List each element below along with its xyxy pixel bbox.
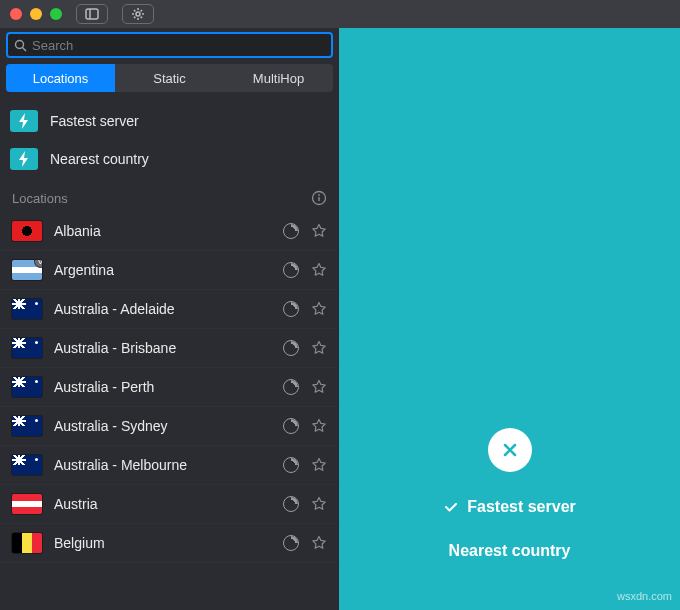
location-name: Austria [54, 496, 271, 512]
tab-multihop[interactable]: MultiHop [224, 64, 333, 92]
location-row[interactable]: Australia - Brisbane [0, 329, 339, 368]
settings-button[interactable] [122, 4, 154, 24]
favorite-star-icon[interactable] [311, 535, 327, 551]
favorite-star-icon[interactable] [311, 379, 327, 395]
favorite-star-icon[interactable] [311, 223, 327, 239]
location-row[interactable]: Australia - Adelaide [0, 290, 339, 329]
search-field[interactable] [6, 32, 333, 58]
main-nearest-country[interactable]: Nearest country [449, 542, 571, 560]
location-row[interactable]: Australia - Melbourne [0, 446, 339, 485]
favorite-star-icon[interactable] [311, 340, 327, 356]
latency-indicator [283, 379, 299, 395]
close-window-button[interactable] [10, 8, 22, 20]
info-icon[interactable] [311, 190, 327, 206]
flag-icon [12, 377, 42, 397]
latency-indicator [283, 457, 299, 473]
favorite-star-icon[interactable] [311, 301, 327, 317]
location-name: Australia - Adelaide [54, 301, 271, 317]
svg-rect-0 [86, 9, 98, 19]
flag-icon [12, 455, 42, 475]
latency-indicator [283, 340, 299, 356]
main-option-label: Fastest server [467, 498, 576, 516]
quick-item-label: Fastest server [50, 113, 139, 129]
svg-point-6 [318, 194, 320, 196]
favorite-star-icon[interactable] [311, 418, 327, 434]
location-row[interactable]: Australia - Sydney [0, 407, 339, 446]
flag-icon: V [12, 260, 42, 280]
main-panel: Fastest server Nearest country wsxdn.com [339, 28, 680, 610]
location-row[interactable]: Belgium [0, 524, 339, 563]
svg-point-3 [16, 40, 24, 48]
flag-icon [12, 494, 42, 514]
quick-item-label: Nearest country [50, 151, 149, 167]
maximize-window-button[interactable] [50, 8, 62, 20]
latency-indicator [283, 223, 299, 239]
main-option-label: Nearest country [449, 542, 571, 560]
favorite-star-icon[interactable] [311, 457, 327, 473]
main-fastest-server[interactable]: Fastest server [443, 498, 576, 516]
latency-indicator [283, 496, 299, 512]
latency-indicator [283, 535, 299, 551]
window-controls [10, 8, 62, 20]
location-name: Belgium [54, 535, 271, 551]
fastest-server-item[interactable]: Fastest server [10, 102, 329, 140]
flag-icon [12, 299, 42, 319]
search-icon [14, 39, 27, 52]
verified-badge: V [34, 260, 42, 268]
location-row[interactable]: Albania [0, 212, 339, 251]
favorite-star-icon[interactable] [311, 496, 327, 512]
flag-icon [12, 416, 42, 436]
search-input[interactable] [32, 38, 325, 53]
lightning-icon [10, 110, 38, 132]
flag-icon [12, 221, 42, 241]
latency-indicator [283, 301, 299, 317]
sidebar: Locations Static MultiHop Fastest server… [0, 28, 339, 610]
content: Locations Static MultiHop Fastest server… [0, 28, 680, 610]
flag-icon [12, 338, 42, 358]
minimize-window-button[interactable] [30, 8, 42, 20]
nearest-country-item[interactable]: Nearest country [10, 140, 329, 178]
sidebar-toggle-button[interactable] [76, 4, 108, 24]
watermark: wsxdn.com [617, 590, 672, 602]
location-name: Australia - Sydney [54, 418, 271, 434]
svg-rect-7 [318, 197, 319, 201]
svg-line-4 [23, 47, 27, 51]
location-row[interactable]: Austria [0, 485, 339, 524]
flag-icon [12, 533, 42, 553]
tab-bar: Locations Static MultiHop [6, 64, 333, 92]
check-icon [443, 499, 459, 515]
tab-static[interactable]: Static [115, 64, 224, 92]
locations-header: Locations [0, 184, 339, 212]
section-title: Locations [12, 191, 68, 206]
location-row[interactable]: VArgentina [0, 251, 339, 290]
tab-locations[interactable]: Locations [6, 64, 115, 92]
latency-indicator [283, 418, 299, 434]
location-list: AlbaniaVArgentinaAustralia - AdelaideAus… [0, 212, 339, 610]
close-icon [500, 440, 520, 460]
location-row[interactable]: Australia - Perth [0, 368, 339, 407]
search-container [0, 28, 339, 62]
svg-point-2 [136, 12, 140, 16]
latency-indicator [283, 262, 299, 278]
location-name: Australia - Perth [54, 379, 271, 395]
disconnect-button[interactable] [488, 428, 532, 472]
quick-connect-section: Fastest server Nearest country [0, 96, 339, 184]
location-name: Australia - Brisbane [54, 340, 271, 356]
location-name: Argentina [54, 262, 271, 278]
location-name: Australia - Melbourne [54, 457, 271, 473]
favorite-star-icon[interactable] [311, 262, 327, 278]
lightning-icon [10, 148, 38, 170]
location-name: Albania [54, 223, 271, 239]
titlebar [0, 0, 680, 28]
